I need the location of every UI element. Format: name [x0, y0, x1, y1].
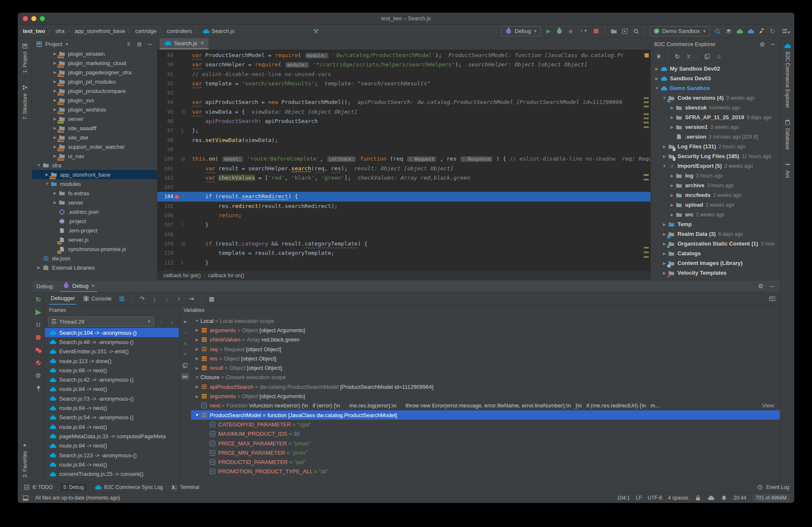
code-line[interactable]: 102 var checkValues = ['red', 'black', '… [157, 173, 650, 183]
breadcrumb-item[interactable]: sfra [55, 28, 65, 34]
frame-row[interactable]: pageMetaData.js:33 -> computedPageMeta [45, 431, 179, 441]
show-watches-icon[interactable]: oo [181, 373, 189, 380]
b2c-tree-item[interactable]: ▼Code versions (4)3 weeks ago [651, 93, 780, 103]
chevron-expanded-icon[interactable]: ▼ [194, 319, 200, 323]
gutter[interactable]: 107 [157, 220, 188, 229]
step-over-icon[interactable]: ↷ [139, 295, 146, 302]
code-line[interactable]: 111 } [157, 258, 650, 268]
line-number[interactable]: 96 [157, 117, 173, 126]
fold-collapse-icon[interactable] [181, 242, 185, 246]
b2c-tree-item[interactable]: ▶Sandbox Dev03 [651, 74, 780, 83]
chevron-collapsed-icon[interactable]: ▶ [194, 366, 200, 370]
caret-position[interactable]: 104:1 [617, 495, 630, 501]
step-out-icon[interactable]: ↑ [176, 295, 183, 302]
breadcrumb-item[interactable]: controllers [167, 28, 192, 34]
project-tree-item[interactable]: ▶CARapp_storefront_base [32, 170, 157, 179]
pause-icon[interactable] [35, 321, 42, 328]
fold-collapse-icon[interactable] [181, 195, 185, 199]
project-tree-item[interactable]: ▶CARplugin_pagedesigner_sfra [32, 68, 157, 77]
chevron-collapsed-icon[interactable]: ▶ [653, 76, 660, 81]
toolwindow-toggle-icon[interactable] [22, 494, 29, 502]
project-tree-item[interactable]: ▶CARplugin_svs [32, 96, 157, 105]
chevron-collapsed-icon[interactable]: ▶ [194, 328, 200, 332]
step-into-icon[interactable]: ↓ [151, 295, 158, 302]
gutter[interactable]: 112 [157, 268, 188, 270]
debug-icon[interactable] [556, 27, 563, 35]
toolwindow-button-5-debug[interactable]: 5: Debug [60, 483, 87, 491]
line-number[interactable]: 112 [157, 268, 173, 270]
variable-row[interactable]: 01CATEGORYID_PARAMETER = "cgid" [191, 420, 780, 429]
line-number[interactable]: 110 [157, 248, 173, 258]
sandbox-select[interactable]: ✓ Demo Sandbox ▼ [650, 26, 710, 36]
toolwindow-tab-favorites[interactable]: ★ 2: Favorites [21, 442, 28, 478]
b2c-tree-item[interactable]: ▶archive3 hours ago [651, 180, 780, 190]
breadcrumb-item[interactable]: cartridge [135, 28, 157, 34]
project-tree-item[interactable]: .project [32, 216, 157, 226]
chevron-collapsed-icon[interactable]: ▶ [52, 191, 58, 195]
chevron-collapsed-icon[interactable]: ▶ [661, 242, 668, 246]
chevron-collapsed-icon[interactable]: ▶ [669, 106, 675, 110]
gutter[interactable]: 96 [157, 117, 188, 126]
chevron-collapsed-icon[interactable]: ▶ [36, 265, 42, 270]
gutter[interactable]: 89 [157, 51, 188, 60]
frame-row[interactable]: Search.js:54 -> -anonymous-() [45, 413, 179, 422]
variable-row[interactable]: ▼ProductSearchModel = function [JavaClas… [191, 410, 780, 420]
close-tab-icon[interactable]: ✕ [91, 283, 95, 289]
cloud-upload-icon[interactable] [747, 27, 754, 35]
project-tree-item[interactable]: .eslintrc.json [32, 207, 157, 216]
remove-watch-icon[interactable]: − [181, 329, 189, 336]
gutter[interactable]: 90 [157, 60, 188, 69]
run-configuration-select[interactable]: Debug ▼ [501, 26, 541, 36]
b2c-tree-item[interactable]: ▶Log Files (131)2 hours ago [651, 142, 780, 151]
toolwindow-tab-ant[interactable]: Ant [784, 161, 791, 178]
toolwindow-button-event-log[interactable]: Event Log [757, 484, 789, 491]
editor-tab-searchjs[interactable]: Search.js ✕ [160, 38, 208, 49]
code-line[interactable]: 108 [157, 230, 650, 239]
project-tree-item[interactable]: JSsynchronous-promise.js [32, 244, 157, 254]
chevron-collapsed-icon[interactable]: ▶ [669, 183, 675, 188]
run-anything-icon[interactable]: ▶ [621, 27, 628, 35]
line-number[interactable]: 101 [157, 164, 173, 173]
variable-row[interactable]: ▼Closure = Closure execution scope [191, 373, 780, 382]
debugger-settings-icon[interactable]: ⚙ [35, 372, 42, 379]
tab-debugger[interactable]: Debugger [49, 292, 77, 305]
gutter[interactable]: 101 [157, 164, 188, 173]
frame-row[interactable]: route.js:86 -> next() [45, 366, 179, 375]
restore-layout-icon[interactable] [768, 295, 776, 302]
connect-plug-icon[interactable] [655, 53, 662, 60]
line-number[interactable]: 97 [157, 126, 173, 135]
code-line[interactable]: 98res.setViewData(viewData); [157, 136, 650, 145]
b2c-tree-item[interactable]: ▼Demo Sandbox [651, 83, 780, 93]
chevron-expanded-icon[interactable]: ▼ [661, 164, 668, 168]
project-panel-title[interactable]: Project [45, 41, 62, 47]
gutter[interactable]: 110 [157, 248, 188, 258]
variable-row[interactable]: 01PROMOTION_PRODUCT_TYPE_ALL = "all" [191, 467, 780, 476]
memory-indicator[interactable]: 701 of 4964M [752, 494, 790, 502]
chevron-expanded-icon[interactable]: ▼ [36, 163, 42, 167]
move-watch-down-icon[interactable]: ▼ [181, 351, 189, 358]
b2c-tree-item[interactable]: ▼↓↑Import/Export (5)2 weeks ago [651, 161, 780, 171]
chevron-collapsed-icon[interactable]: ▶ [669, 193, 675, 197]
project-tree-item[interactable]: ▶CARsite_aaaafff [32, 123, 157, 133]
breadcrumb-item[interactable]: app_storefront_base [74, 28, 125, 34]
chevron-collapsed-icon[interactable]: ▶ [661, 154, 668, 158]
chevron-expanded-icon[interactable]: ▼ [44, 182, 50, 186]
gutter[interactable]: 109 [157, 239, 188, 248]
b2c-tree-item[interactable]: ▶Content Images (Library) [651, 258, 780, 268]
project-tree-item[interactable]: dw.json [32, 254, 157, 263]
view-breakpoints-icon[interactable] [35, 347, 42, 354]
code-line[interactable]: 94var apiProductSearch = new ProductSear… [157, 98, 650, 107]
cloud-search-icon[interactable] [714, 27, 721, 35]
settings-gear-icon[interactable]: ⚙ [759, 41, 766, 48]
run-to-cursor-icon[interactable]: ⇥ [188, 295, 195, 302]
code-line[interactable]: 107 } [157, 220, 650, 229]
b2c-tree-item[interactable]: ▶Temp [651, 219, 780, 229]
chevron-collapsed-icon[interactable]: ▶ [669, 174, 675, 178]
gutter[interactable]: 91 [157, 70, 188, 79]
collapse-all-icon[interactable] [125, 41, 132, 48]
chevron-collapsed-icon[interactable]: ▶ [669, 213, 675, 217]
stop-icon[interactable] [593, 27, 600, 35]
view-link[interactable]: View [762, 402, 780, 409]
code-line[interactable]: 92var template = 'search/searchResults';… [157, 79, 650, 88]
hide-panel-icon[interactable]: ─ [146, 41, 154, 48]
